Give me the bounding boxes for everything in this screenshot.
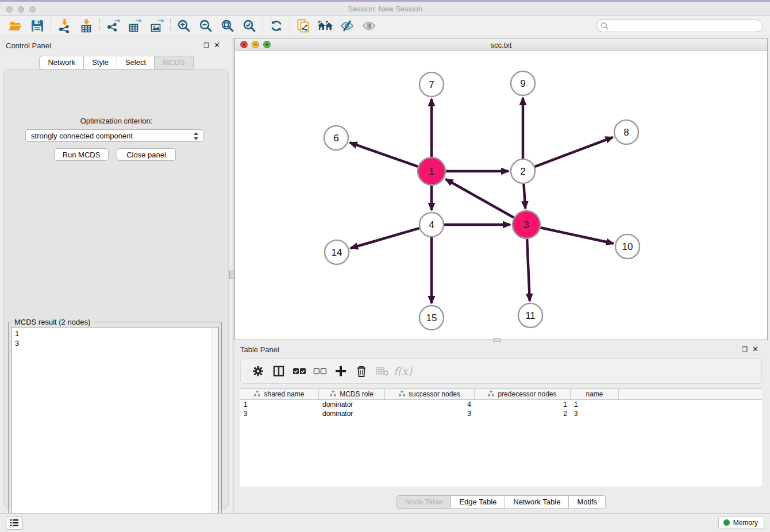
edge-3-1[interactable] [445, 179, 514, 218]
column-header-MCDS-role[interactable]: MCDS role [319, 389, 385, 399]
column-header-label: predecessor nodes [498, 390, 556, 398]
duplicate-network-icon[interactable] [292, 17, 314, 34]
mcds-result-text[interactable]: 1 3 [11, 327, 219, 532]
control-panel-title: Control Panel [6, 41, 51, 50]
home-icon[interactable] [314, 17, 336, 34]
node-label-4: 4 [429, 219, 434, 230]
refresh-layout-icon[interactable] [265, 17, 287, 34]
horizontal-splitter-grip[interactable] [493, 338, 501, 342]
dropdown-stepper-icon [193, 132, 199, 142]
table-cell[interactable]: 1 [475, 400, 571, 409]
edge-4-14[interactable] [351, 228, 419, 248]
tab-node-table[interactable]: Node Table [396, 495, 452, 509]
edge-3-10[interactable] [540, 228, 613, 243]
hide-eye-icon[interactable] [336, 17, 358, 34]
task-history-button[interactable] [6, 516, 23, 530]
edge-1-6[interactable] [350, 142, 418, 167]
table-cell[interactable]: 4 [385, 400, 475, 409]
tab-motifs[interactable]: Motifs [569, 495, 606, 509]
edge-2-3[interactable] [523, 184, 525, 209]
table-cell[interactable]: 3 [385, 409, 475, 418]
table-cell[interactable]: 1 [240, 400, 319, 409]
search-input[interactable] [596, 20, 763, 32]
criterion-value: strongly connected component [31, 132, 133, 140]
zoom-out-icon[interactable] [195, 17, 217, 34]
column-header-successor-nodes[interactable]: successor nodes [385, 389, 475, 399]
export-image-icon[interactable] [146, 17, 168, 34]
table-cell[interactable]: 3 [240, 409, 319, 418]
search-box [596, 20, 763, 32]
table-cell[interactable]: dominator [319, 400, 385, 409]
vertical-splitter-grip[interactable] [229, 271, 234, 279]
table-row[interactable]: 3dominator323 [240, 409, 762, 418]
deselect-all-icon[interactable] [310, 362, 330, 380]
attribute-tree-icon [399, 390, 405, 398]
memory-button[interactable]: Memory [718, 516, 764, 529]
node-table: shared nameMCDS rolesuccessor nodesprede… [240, 388, 762, 486]
control-panel-float-icon[interactable]: ❒ [203, 42, 214, 49]
status-bar: Memory [0, 513, 770, 532]
select-all-icon[interactable] [289, 362, 310, 380]
table-cell[interactable]: 2 [475, 409, 571, 418]
node-label-8: 8 [623, 127, 629, 138]
column-header-name[interactable]: name [571, 389, 619, 399]
table-settings-icon[interactable] [248, 362, 268, 380]
node-label-3: 3 [523, 219, 529, 230]
node-label-9: 9 [520, 78, 525, 89]
import-table-icon[interactable] [75, 17, 97, 34]
control-panel-tabs: NetworkStyleSelectMCDS [0, 56, 233, 70]
network-titlebar[interactable]: x – + scc.txt [235, 38, 767, 51]
zoom-in-icon[interactable] [173, 17, 195, 34]
network-title: scc.txt [235, 41, 767, 49]
tab-network-table[interactable]: Network Table [505, 495, 569, 509]
main-toolbar [0, 16, 770, 36]
column-header-label: name [586, 390, 603, 398]
table-row[interactable]: 1dominator411 [240, 400, 762, 409]
network-view-window: x – + scc.txt 7968124314101511 [234, 38, 768, 340]
mcds-result-group: MCDS result (2 nodes) 1 3 [8, 322, 222, 532]
tab-select[interactable]: Select [117, 56, 155, 70]
node-label-1: 1 [429, 166, 434, 177]
function-builder-icon: f(x) [392, 362, 413, 380]
column-header-predecessor-nodes[interactable]: predecessor nodes [475, 389, 571, 399]
node-label-7: 7 [429, 79, 434, 90]
delete-column-icon[interactable] [351, 362, 372, 380]
table-tabs: Node TableEdge TableNetwork TableMotifs [234, 495, 768, 509]
edge-2-8[interactable] [535, 137, 613, 167]
delete-table-icon [372, 362, 392, 380]
column-header-shared-name[interactable]: shared name [240, 389, 319, 399]
add-column-icon[interactable] [330, 362, 351, 380]
export-table-icon[interactable] [124, 17, 146, 34]
tab-mcds[interactable]: MCDS [155, 56, 193, 70]
edge-3-11[interactable] [527, 239, 530, 301]
network-canvas[interactable]: 7968124314101511 [235, 51, 767, 340]
table-cell[interactable]: 1 [571, 400, 619, 409]
table-header-row: shared nameMCDS rolesuccessor nodesprede… [240, 389, 762, 400]
node-label-11: 11 [525, 310, 536, 321]
result-scrollbar[interactable] [211, 327, 218, 532]
mcds-result-title: MCDS result (2 nodes) [12, 318, 93, 326]
tab-edge-table[interactable]: Edge Table [451, 495, 505, 509]
zoom-selected-icon[interactable] [238, 17, 260, 34]
list-icon [10, 519, 19, 527]
save-session-icon[interactable] [26, 17, 48, 34]
export-network-icon[interactable] [102, 17, 124, 34]
tab-style[interactable]: Style [84, 56, 117, 70]
table-cell[interactable]: 3 [571, 409, 619, 418]
close-panel-button[interactable]: Close panel [117, 148, 176, 161]
table-panel-title: Table Panel [240, 345, 279, 354]
control-panel: Control Panel ❒✕ NetworkStyleSelectMCDS … [0, 38, 233, 513]
table-cell[interactable]: dominator [319, 409, 385, 418]
table-panel-close-icon[interactable]: ✕ [752, 345, 763, 353]
run-mcds-button[interactable]: Run MCDS [54, 148, 109, 161]
application-window: Session: New Session [0, 0, 770, 532]
import-network-icon[interactable] [53, 17, 75, 34]
control-panel-close-icon[interactable]: ✕ [214, 41, 225, 49]
toggle-panel-icon[interactable] [268, 362, 289, 380]
open-session-icon[interactable] [5, 17, 26, 34]
column-header-label: shared name [264, 390, 304, 398]
tab-network[interactable]: Network [39, 56, 84, 70]
zoom-fit-icon[interactable] [217, 17, 238, 34]
table-panel-float-icon[interactable]: ❒ [742, 346, 752, 353]
criterion-dropdown[interactable]: strongly connected component [25, 129, 203, 142]
